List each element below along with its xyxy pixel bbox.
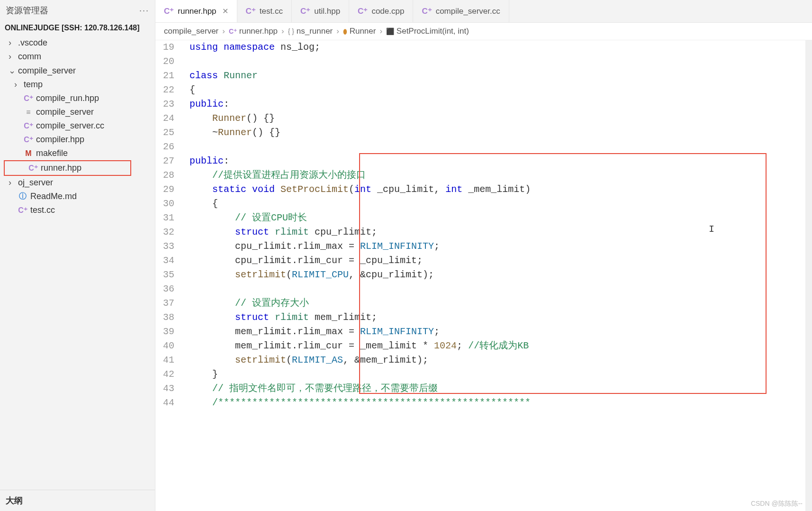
folder-item[interactable]: ›.vscode — [0, 36, 155, 50]
close-icon[interactable]: ✕ — [222, 7, 228, 16]
breadcrumb-item[interactable]: ⬛ SetProcLimit(int, int) — [386, 27, 469, 36]
code-line[interactable]: cpu_rlimit.rlim_max = RLIM_INFINITY; — [189, 239, 812, 254]
tab-bar: C⁺runner.hpp✕C⁺test.ccC⁺util.hppC⁺code.c… — [155, 0, 812, 23]
code-line[interactable] — [189, 282, 812, 296]
file-item[interactable]: ⓘReadMe.md — [0, 190, 155, 203]
tree-item-label: ReadMe.md — [30, 192, 77, 201]
file-tree: ›.vscode›comm⌄compile_server›tempC⁺compi… — [0, 36, 155, 490]
file-item[interactable]: Mmakefile — [0, 146, 155, 160]
explorer-title: 资源管理器 — [6, 5, 48, 16]
tree-item-label: compile_run.hpp — [36, 93, 99, 103]
code-line[interactable]: setrlimit(RLIMIT_CPU, &cpu_rlimit); — [189, 268, 812, 282]
editor-area: C⁺runner.hpp✕C⁺test.ccC⁺util.hppC⁺code.c… — [155, 0, 812, 511]
code-line[interactable]: mem_rlimit.rlim_cur = _mem_limit * 1024;… — [189, 339, 812, 353]
explorer-header: 资源管理器 ··· — [0, 0, 155, 21]
file-item[interactable]: C⁺compile_server.cc — [0, 119, 155, 133]
file-item[interactable]: C⁺compile_run.hpp — [0, 91, 155, 105]
tab-test-cc[interactable]: C⁺test.cc — [237, 0, 292, 22]
namespace-icon: { } — [288, 27, 294, 35]
breadcrumb-item[interactable]: compile_server — [164, 27, 218, 36]
code-line[interactable]: // 设置内存大小 — [189, 296, 812, 310]
code-line[interactable]: // 设置CPU时长 — [189, 211, 812, 225]
file-item[interactable]: ≡compile_server — [0, 105, 155, 119]
folder-item[interactable]: ›comm — [0, 50, 155, 64]
tab-util-hpp[interactable]: C⁺util.hpp — [292, 0, 349, 22]
tree-item-label: oj_server — [18, 178, 53, 188]
text-cursor-icon: I — [709, 222, 714, 237]
code-line[interactable]: { — [189, 197, 812, 211]
breadcrumb-item[interactable]: { } ns_runner — [288, 27, 333, 36]
chevron-right-icon: › — [281, 27, 284, 36]
breadcrumb[interactable]: compile_server›C⁺ runner.hpp›{ } ns_runn… — [155, 23, 812, 40]
file-item[interactable]: C⁺test.cc — [0, 203, 155, 217]
code-line[interactable]: // 指明文件名即可，不需要代理路径，不需要带后缀 — [189, 382, 812, 396]
tab-compile_server-cc[interactable]: C⁺compile_server.cc — [413, 0, 509, 22]
file-icon: C⁺ — [164, 6, 174, 16]
code-line[interactable]: struct rlimit cpu_rlimit; — [189, 225, 812, 239]
code-line[interactable]: mem_rlimit.rlim_max = RLIM_INFINITY; — [189, 325, 812, 339]
chevron-icon: › — [9, 52, 15, 62]
chevron-right-icon: › — [222, 27, 225, 36]
breadcrumb-item[interactable]: ⬮ Runner — [343, 27, 376, 36]
workspace-name[interactable]: ONLINEJUDGE [SSH: 120.78.126.148] — [0, 21, 155, 36]
tree-item-label: compile_server.cc — [36, 121, 104, 131]
watermark: CSDN @陈陈陈-- — [751, 500, 803, 508]
tree-item-label: compiler.hpp — [36, 135, 84, 145]
code-line[interactable]: Runner() {} — [189, 111, 812, 126]
code-line[interactable]: public: — [189, 154, 812, 168]
code-line[interactable]: ~Runner() {} — [189, 126, 812, 140]
file-item[interactable]: C⁺runner.hpp — [4, 160, 131, 176]
line-gutter: 1920212223242526272829303132333435363738… — [155, 40, 184, 511]
code-line[interactable] — [189, 55, 812, 69]
tab-label: runner.hpp — [178, 7, 216, 16]
file-icon: C⁺ — [358, 6, 368, 16]
breadcrumb-item[interactable]: C⁺ runner.hpp — [229, 27, 278, 36]
folder-item[interactable]: ›temp — [0, 78, 155, 91]
file-icon: C⁺ — [422, 6, 432, 16]
tab-runner-hpp[interactable]: C⁺runner.hpp✕ — [155, 0, 237, 22]
more-icon[interactable]: ··· — [139, 6, 149, 16]
folder-item[interactable]: ›oj_server — [0, 176, 155, 190]
code-line[interactable]: //提供设置进程占用资源大小的接口 — [189, 168, 812, 182]
outline-header[interactable]: 大纲 — [0, 490, 155, 511]
code-content[interactable]: using namespace ns_log;class Runner{publ… — [184, 40, 812, 511]
code-line[interactable]: cpu_rlimit.rlim_cur = _cpu_limit; — [189, 254, 812, 268]
code-line[interactable]: { — [189, 83, 812, 97]
code-line[interactable]: class Runner — [189, 69, 812, 83]
file-icon: C⁺ — [300, 6, 310, 16]
folder-item[interactable]: ⌄compile_server — [0, 64, 155, 78]
code-line[interactable] — [189, 140, 812, 154]
tree-item-label: comm — [18, 52, 41, 62]
code-line[interactable]: } — [189, 367, 812, 382]
tree-item-label: compile_server — [18, 66, 76, 76]
tab-label: code.cpp — [371, 7, 404, 16]
chevron-right-icon: › — [379, 27, 382, 36]
chevron-icon: › — [9, 38, 15, 48]
scrollbar[interactable] — [805, 40, 812, 511]
code-line[interactable]: static void SetProcLimit(int _cpu_limit,… — [189, 182, 812, 197]
explorer-sidebar: 资源管理器 ··· ONLINEJUDGE [SSH: 120.78.126.1… — [0, 0, 155, 511]
tree-item-label: makefile — [36, 148, 68, 158]
tree-item-label: runner.hpp — [41, 163, 81, 173]
tab-label: test.cc — [260, 7, 283, 16]
code-line[interactable]: public: — [189, 97, 812, 111]
file-icon: C⁺ — [229, 27, 237, 35]
code-line[interactable]: struct rlimit mem_rlimit; — [189, 310, 812, 325]
chevron-icon: › — [14, 80, 21, 90]
code-line[interactable]: using namespace ns_log; — [189, 40, 812, 55]
tab-label: util.hpp — [314, 7, 340, 16]
tree-item-label: temp — [24, 80, 43, 90]
code-line[interactable]: /***************************************… — [189, 396, 812, 410]
tree-item-label: test.cc — [30, 205, 55, 215]
tree-item-label: compile_server — [36, 107, 94, 117]
chevron-icon: ⌄ — [9, 65, 15, 76]
tab-code-cpp[interactable]: C⁺code.cpp — [349, 0, 413, 22]
file-item[interactable]: C⁺compiler.hpp — [0, 133, 155, 146]
chevron-right-icon: › — [336, 27, 339, 36]
method-icon: ⬛ — [386, 27, 394, 35]
tree-item-label: .vscode — [18, 38, 47, 48]
class-icon: ⬮ — [343, 27, 347, 35]
chevron-icon: › — [9, 178, 15, 188]
code-line[interactable]: setrlimit(RLIMIT_AS, &mem_rlimit); — [189, 353, 812, 367]
code-area[interactable]: 1920212223242526272829303132333435363738… — [155, 40, 812, 511]
